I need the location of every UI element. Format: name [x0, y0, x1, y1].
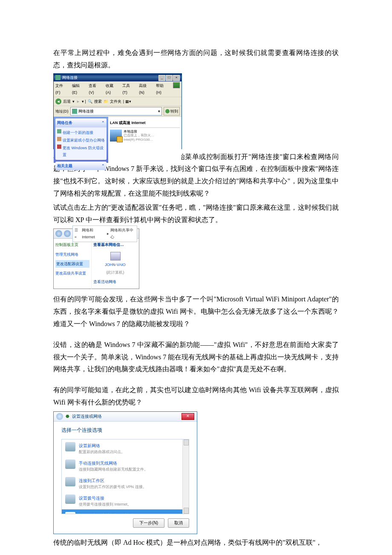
back-icon[interactable]	[56, 413, 63, 420]
manual-wireless-icon	[65, 460, 75, 469]
menu-file[interactable]: 文件(F)	[55, 82, 68, 96]
menu-edit[interactable]: 编辑(E)	[72, 82, 84, 96]
option-adhoc-selected[interactable]: 设置无线临时(计算机到计算机)网络设置临时网络，用于共享文件或 Internet…	[62, 509, 189, 515]
search-icon[interactable]: 🔍	[88, 98, 92, 105]
related-topics-panel: 相关主题⌃	[55, 162, 107, 170]
address-value: 网络连接	[78, 108, 94, 115]
wizard-glyph-icon: ⬣	[66, 413, 69, 420]
back-icon[interactable]	[55, 230, 62, 237]
computer-name: JOHN-VAIO	[105, 261, 125, 268]
paragraph-intro: 在平常上网过程中，难免会遇到一些网络方面的问题，这时候我们就需要查看网络连接的状…	[53, 47, 339, 72]
folders-icon[interactable]: 📁	[104, 98, 108, 105]
option-new-network[interactable]: 设置新网络配置新的路由器或访问点。	[62, 439, 189, 457]
search-label[interactable]: 搜索	[94, 98, 102, 105]
xp-addressbar: 地址(D) 网络连接 ▾ 转到	[54, 106, 182, 117]
close-button[interactable]: ✕	[182, 413, 194, 420]
paragraph-adapter-settings: 试试点击左上方的"更改适配器设置"任务吧，瞧，"网络连接"窗口原来藏在这里，这时…	[53, 202, 339, 226]
xp-main-area: LAN 或高速 Internet 本地连接 已连接上，有防火… Intel(R)…	[108, 117, 182, 163]
paragraph-adhoc-question: 有的同学可能知道，在此之前，其实也可以建立临时网络向其他 Wifi 设备共享互联…	[53, 384, 339, 409]
advanced-sharing-link[interactable]: 更改高级共享设置	[55, 270, 89, 277]
menu-tools[interactable]: 工具(T)	[122, 82, 135, 96]
document-page: 在平常上网过程中，难免会遇到一些网络方面的问题，这时候我们就需要查看网络连接的状…	[0, 0, 392, 555]
xp-menubar: 文件(F) 编辑(E) 查看(V) 收藏(A) 工具(T) 高级(N) 帮助(H…	[54, 81, 182, 97]
new-network-icon	[65, 442, 75, 451]
cancel-button[interactable]: 取消	[168, 518, 189, 528]
computer-icon	[110, 252, 121, 260]
new-connection-icon	[57, 129, 61, 133]
scrollbar[interactable]	[182, 439, 189, 514]
control-panel-home-link[interactable]: 控制面板主页	[55, 241, 89, 248]
computer-sub: (此计算机)	[107, 269, 124, 276]
menu-fav[interactable]: 收藏(A)	[106, 82, 118, 96]
wizard-options-list: 设置新网络配置新的路由器或访问点。 手动连接到无线网络连接到隐藏网络或创建新无线…	[61, 439, 189, 514]
connection-device: Intel(R) PRO/100…	[124, 138, 154, 142]
xp-toolbar: ◄ 后退 ▾ ► ▾ | 🔍 搜索 📁 文件夹 | ▦▾	[54, 97, 182, 106]
option-manual-wireless[interactable]: 手动连接到无线网络连接到隐藏网络或创建新无线配置文件。	[62, 457, 189, 474]
menu-help[interactable]: 帮助(H)	[156, 82, 169, 96]
close-button[interactable]: ×	[173, 75, 180, 81]
task-firewall[interactable]: 更改 Windows 防火墙设置	[57, 144, 105, 159]
menu-view[interactable]: 查看(V)	[89, 82, 101, 96]
forward-icon: ►	[76, 98, 80, 105]
go-icon	[165, 109, 170, 113]
paragraph-virtual-wifi-explain: 没错，这的确是 Windows 7 中深藏不漏的新功能——"虚拟 Wifi"，不…	[53, 339, 339, 376]
task-new-connection[interactable]: 创建一个新的连接	[57, 129, 105, 136]
change-adapter-link[interactable]: 更改适配器设置	[55, 260, 89, 268]
back-label[interactable]: 后退	[63, 98, 71, 105]
xp-logo-icon	[173, 82, 180, 88]
firewall-icon	[57, 145, 61, 149]
minimize-button[interactable]: _	[159, 75, 165, 81]
forward-icon[interactable]	[64, 230, 71, 237]
local-connection-item[interactable]: 本地连接 已连接上，有防火… Intel(R) PRO/100…	[110, 130, 180, 142]
collapse-icon[interactable]: ⌃	[101, 162, 105, 169]
wizard-titlebar: ⬣ 设置连接或网络 ✕	[54, 412, 197, 422]
manage-wireless-link[interactable]: 管理无线网络	[55, 251, 89, 258]
menu-adv[interactable]: 高级(N)	[139, 82, 152, 96]
address-label: 地址(D)	[55, 108, 69, 115]
address-field[interactable]: 网络连接 ▾	[70, 107, 162, 116]
win7-navbar: ☰ « 网络和 Internet ▸ 网络和共享中心	[54, 229, 139, 239]
next-button[interactable]: 下一步(N)	[133, 518, 164, 528]
connection-status: 已连接上，有防火…	[124, 133, 154, 138]
maximize-button[interactable]: □	[166, 75, 173, 81]
figure-win7-sharing-center: ☰ « 网络和 Internet ▸ 网络和共享中心 控制面板主页 管理无线网络…	[53, 228, 139, 289]
network-icon	[55, 75, 61, 80]
folders-label[interactable]: 文件夹	[110, 98, 121, 105]
active-networks-label: 查看活动网络	[93, 278, 137, 285]
connection-name: 本地连接	[124, 130, 154, 134]
xp-sidebar: 网络任务⌃ 创建一个新的连接 设置家庭或小型办公网络 更改 Windows 防火…	[54, 117, 108, 163]
win7-main: 查看基本网络信… JOHN-VAIO (此计算机) 查看活动网络	[91, 239, 139, 289]
collapse-icon[interactable]: ⌃	[101, 119, 105, 126]
related-title: 相关主题	[57, 162, 72, 169]
xp-window-title: 网络连接	[62, 74, 78, 81]
figure-win7-setup-wizard: ⬣ 设置连接或网络 ✕ 选择一个连接选项 设置新网络配置新的路由器或访问点。 手…	[53, 411, 197, 535]
wizard-prompt: 选择一个连接选项	[61, 426, 189, 435]
win7-sidebar: 控制面板主页 管理无线网络 更改适配器设置 更改高级共享设置	[54, 239, 91, 289]
task-home-network[interactable]: 设置家庭或小型办公网络	[57, 136, 105, 144]
network-tasks-panel: 网络任务⌃ 创建一个新的连接 设置家庭或小型办公网络 更改 Windows 防火…	[55, 119, 107, 160]
window-buttons: _□×	[158, 74, 180, 81]
figure-xp-network-connections: 网络连接 _□× 文件(F) 编辑(E) 查看(V) 收藏(A) 工具(T) 高…	[53, 73, 182, 149]
option-workplace[interactable]: 连接到工作区设置到您的工作区的拨号或 VPN 连接。	[62, 474, 189, 492]
network-icon	[72, 109, 77, 114]
paragraph-adhoc-explain: 传统的临时无线网（即 Ad Hoc 模式）是一种点对点网络，类似于有线网中的"双…	[53, 537, 339, 549]
connection-icon	[110, 130, 122, 142]
go-button[interactable]: 转到	[164, 107, 180, 116]
lan-group-header: LAN 或高速 Internet	[110, 119, 180, 127]
paragraph-virtual-wifi-discover: 但有的同学可能会发现，在这些网卡当中多了一个叫"Microsoft Virtua…	[53, 293, 339, 330]
workplace-icon	[65, 477, 75, 486]
dialup-icon	[65, 494, 75, 504]
xp-titlebar: 网络连接 _□×	[54, 74, 182, 81]
back-icon[interactable]: ◄	[55, 98, 61, 104]
option-dialup[interactable]: 设置拨号连接使用拨号连接连接到 Internet。	[62, 492, 189, 509]
panel-title: 网络任务	[57, 119, 72, 126]
adhoc-icon	[65, 512, 75, 515]
basic-info-title: 查看基本网络信…	[93, 241, 137, 248]
home-network-icon	[57, 137, 61, 141]
wizard-title: 设置连接或网络	[72, 413, 102, 420]
